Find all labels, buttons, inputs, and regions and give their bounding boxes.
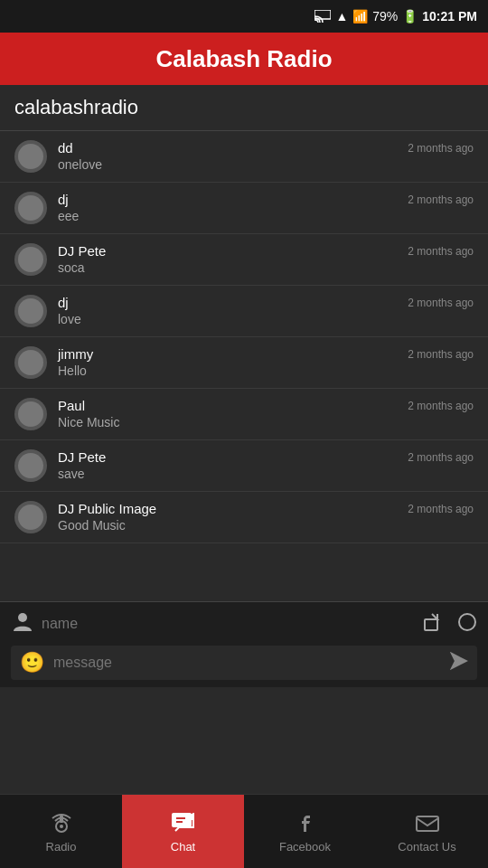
chat-item: DJ Pete save 2 months ago <box>0 440 488 492</box>
chat-item: dj eee 2 months ago <box>0 183 488 234</box>
avatar <box>14 140 47 173</box>
chat-item: Paul Nice Music 2 months ago <box>0 389 488 440</box>
chat-message: soca <box>58 260 397 275</box>
chat-content: Paul Nice Music <box>58 398 397 429</box>
message-input[interactable] <box>53 655 441 671</box>
avatar <box>14 346 47 379</box>
input-area: 🙂 <box>0 601 488 687</box>
battery-text: 79% <box>372 9 398 24</box>
chat-username: DJ Pete <box>58 449 397 465</box>
chat-content: dd onelove <box>58 140 397 172</box>
chat-time: 2 months ago <box>408 245 474 258</box>
chat-time: 2 months ago <box>408 348 474 361</box>
nav-item-chat[interactable]: Chat <box>122 795 244 868</box>
chat-username: dj <box>58 192 397 207</box>
svg-rect-0 <box>314 10 331 19</box>
chat-username: dd <box>58 140 397 156</box>
chat-username: Paul <box>58 398 397 413</box>
channel-title: calabashradio <box>0 85 488 131</box>
chat-item: dj love 2 months ago <box>0 286 488 337</box>
nav-item-radio[interactable]: Radio <box>0 795 122 868</box>
chat-time: 2 months ago <box>408 297 474 309</box>
chat-time: 2 months ago <box>408 193 474 206</box>
send-icon[interactable] <box>450 652 468 675</box>
chat-item: DJ Pete soca 2 months ago <box>0 234 488 286</box>
chat-message: save <box>58 467 397 481</box>
nav-label-chat: Chat <box>171 840 195 854</box>
search-icon[interactable] <box>457 612 477 637</box>
chat-message: eee <box>58 209 397 223</box>
chat-time: 2 months ago <box>408 503 474 515</box>
chat-item: dd onelove 2 months ago <box>0 131 488 183</box>
avatar <box>14 501 47 533</box>
emoji-icon[interactable]: 🙂 <box>20 651 44 675</box>
nav-item-facebook[interactable]: Facebook <box>244 795 366 868</box>
avatar <box>14 449 47 482</box>
chat-content: jimmy Hello <box>58 346 397 378</box>
chat-content: DJ Pete save <box>58 449 397 481</box>
avatar <box>14 243 47 276</box>
nav-item-contactus[interactable]: Contact Us <box>366 795 488 868</box>
chat-content: DJ Public Image Good Music <box>58 501 397 533</box>
chat-time: 2 months ago <box>408 400 474 412</box>
chat-time: 2 months ago <box>408 142 474 155</box>
svg-rect-2 <box>425 619 437 630</box>
nav-label-radio: Radio <box>46 840 77 854</box>
chat-username: DJ Public Image <box>58 501 397 516</box>
avatar <box>14 192 47 224</box>
chat-item: jimmy Hello 2 months ago <box>0 337 488 389</box>
chat-content: dj eee <box>58 192 397 223</box>
chat-content: dj love <box>58 295 397 326</box>
name-input[interactable] <box>34 612 423 636</box>
svg-point-7 <box>60 825 63 828</box>
chat-message: onelove <box>58 157 397 172</box>
svg-point-4 <box>459 614 475 630</box>
nav-label-facebook: Facebook <box>279 840 331 854</box>
svg-marker-5 <box>452 654 466 668</box>
chat-message: Hello <box>58 363 397 378</box>
svg-point-1 <box>18 613 27 622</box>
avatar <box>14 398 47 430</box>
svg-rect-13 <box>417 816 438 831</box>
share-icon[interactable] <box>423 612 443 637</box>
chat-username: dj <box>58 295 397 310</box>
chat-item: DJ Public Image Good Music 2 months ago <box>0 492 488 543</box>
chat-message: love <box>58 312 397 326</box>
user-icon[interactable] <box>11 609 34 638</box>
app-header: Calabash Radio <box>0 33 488 85</box>
chat-message: Good Music <box>58 518 397 533</box>
chat-username: DJ Pete <box>58 243 397 259</box>
avatar <box>14 295 47 327</box>
svg-rect-8 <box>60 816 63 823</box>
app-title: Calabash Radio <box>155 45 332 73</box>
status-bar: ▲ 📶 79% 🔋 10:21 PM <box>0 0 488 33</box>
chat-time: 2 months ago <box>408 451 474 464</box>
time-text: 10:21 PM <box>422 9 477 24</box>
bottom-nav: Radio Chat Facebook Contact Us <box>0 794 488 868</box>
chat-message: Nice Music <box>58 415 397 429</box>
nav-label-contactus: Contact Us <box>398 840 455 854</box>
chat-list: dd onelove 2 months ago dj eee 2 months … <box>0 131 488 601</box>
chat-content: DJ Pete soca <box>58 243 397 275</box>
chat-username: jimmy <box>58 346 397 362</box>
